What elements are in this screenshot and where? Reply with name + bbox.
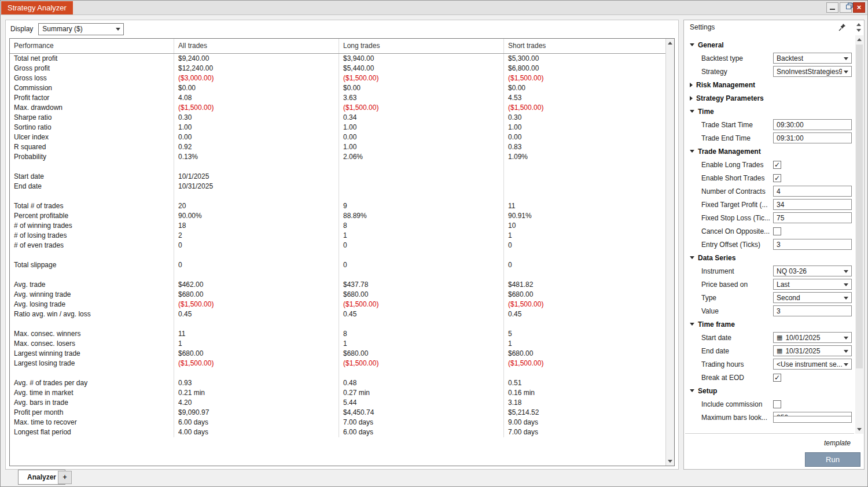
table-row[interactable]: Total slippage000 (10, 260, 665, 270)
settings-section-setup[interactable]: Setup (685, 384, 854, 397)
setting-label: Start date (701, 334, 773, 342)
table-row[interactable]: Profit factor4.083.634.53 (10, 93, 665, 103)
scroll-down-icon[interactable] (855, 425, 863, 434)
metric-value: 10/1/2025 (174, 172, 339, 182)
scroll-up-icon[interactable] (855, 21, 862, 27)
table-row[interactable]: Longest flat period4.00 days6.00 days7.0… (10, 427, 665, 437)
title-bar[interactable]: Strategy Analyzer × (1, 1, 867, 15)
table-row[interactable]: End date10/31/2025 (10, 182, 665, 191)
dropdown-end-date[interactable]: ▦10/31/2025 (773, 345, 852, 356)
table-row[interactable]: Max. time to recover6.00 days7.00 days9.… (10, 418, 665, 427)
scroll-down-icon[interactable] (666, 457, 674, 466)
table-row[interactable]: Max. consec. winners1185 (10, 329, 665, 339)
display-dropdown[interactable]: Summary ($) (38, 23, 124, 35)
metric-value: 0 (504, 241, 665, 250)
metric-label (10, 319, 174, 329)
input-fixed-stop-loss-tic[interactable]: 75 (773, 212, 852, 223)
settings-section-time[interactable]: Time (685, 105, 854, 118)
table-row[interactable]: # of losing trades211 (10, 231, 665, 241)
table-row[interactable]: Percent profitable90.00%88.89%90.91% (10, 211, 665, 221)
dropdown-type[interactable]: Second (773, 292, 852, 303)
table-row[interactable]: Total net profit$9,240.00$3,940.00$5,300… (10, 54, 665, 64)
settings-scrollbar[interactable] (855, 35, 863, 434)
input-entry-offset-ticks[interactable]: 3 (773, 239, 852, 250)
table-row[interactable]: Ulcer index0.000.000.00 (10, 132, 665, 142)
table-row[interactable]: Gross profit$12,240.00$5,440.00$6,800.00 (10, 64, 665, 73)
table-row[interactable]: Ratio avg. win / avg. loss0.450.450.45 (10, 309, 665, 319)
table-row[interactable]: Commission$0.00$0.00$0.00 (10, 83, 665, 93)
dropdown-price-based-on[interactable]: Last (773, 279, 852, 290)
table-row[interactable]: Start date10/1/2025 (10, 172, 665, 182)
setting-value: Value3 (685, 304, 854, 318)
table-row[interactable]: Avg. # of trades per day0.930.480.51 (10, 378, 665, 388)
settings-section-general[interactable]: General (685, 38, 854, 51)
metric-value: ($1,500.00) (339, 359, 504, 368)
checkbox-enable-long-trades[interactable]: ✓ (773, 161, 781, 169)
dropdown-instrument[interactable]: NQ 03-26 (773, 265, 852, 276)
run-button[interactable]: Run (805, 452, 860, 467)
window-title-tab[interactable]: Strategy Analyzer (1, 1, 73, 14)
column-header-short-trades[interactable]: Short trades (504, 39, 665, 53)
table-row[interactable]: Avg. trade$462.00$437.78$481.82 (10, 280, 665, 290)
section-label: General (698, 41, 724, 49)
table-row[interactable]: Largest losing trade($1,500.00)($1,500.0… (10, 359, 665, 368)
setting-label: Fixed Stop Loss (Tic... (701, 214, 773, 222)
column-header-long-trades[interactable]: Long trades (339, 39, 504, 53)
metric-value: 0.48 (339, 378, 504, 388)
table-row[interactable]: Avg. winning trade$680.00$680.00$680.00 (10, 290, 665, 300)
metric-value: $3,940.00 (339, 54, 504, 64)
input-value[interactable]: 3 (773, 305, 852, 316)
template-link[interactable]: template (824, 439, 851, 447)
dropdown-strategy[interactable]: SnoInvestStrategies9: (773, 66, 852, 77)
table-row[interactable]: Probability0.13%2.06%1.09% (10, 152, 665, 162)
minimize-button[interactable] (826, 2, 838, 13)
checkbox-enable-short-trades[interactable]: ✓ (773, 174, 781, 182)
table-row[interactable]: Avg. bars in trade4.205.443.18 (10, 398, 665, 408)
scroll-down-icon[interactable] (855, 27, 862, 33)
table-row[interactable]: Max. drawdown($1,500.00)($1,500.00)($1,5… (10, 103, 665, 113)
metric-value (504, 319, 665, 329)
table-row[interactable]: # of even trades000 (10, 241, 665, 250)
table-scrollbar[interactable] (665, 39, 674, 466)
scroll-up-icon[interactable] (666, 39, 674, 47)
table-row[interactable]: Total # of trades20911 (10, 201, 665, 211)
table-row[interactable]: Largest winning trade$680.00$680.00$680.… (10, 349, 665, 359)
checkbox-include-commission[interactable] (773, 400, 781, 408)
checkbox-break-at-eod[interactable]: ✓ (773, 374, 781, 382)
scroll-up-icon[interactable] (855, 35, 863, 44)
metric-label: Commission (10, 83, 174, 93)
close-button[interactable]: × (853, 2, 865, 13)
settings-section-risk-management[interactable]: Risk Management (685, 78, 854, 91)
table-row[interactable]: Sortino ratio1.001.001.00 (10, 123, 665, 132)
dropdown-backtest-type[interactable]: Backtest (773, 53, 852, 64)
column-header-performance[interactable]: Performance (10, 39, 174, 53)
checkbox-cancel-on-opposite[interactable] (773, 227, 781, 235)
table-row[interactable]: Gross loss($3,000.00)($1,500.00)($1,500.… (10, 73, 665, 83)
section-label: Time frame (698, 320, 735, 329)
table-row[interactable]: Profit per month$9,090.97$4,450.74$5,214… (10, 408, 665, 418)
column-header-all-trades[interactable]: All trades (174, 39, 339, 53)
table-row[interactable]: # of winning trades18810 (10, 221, 665, 231)
dropdown-start-date[interactable]: ▦10/01/2025 (773, 332, 852, 343)
metric-value (504, 270, 665, 280)
dropdown-trading-hours[interactable]: <Use instrument se... (773, 359, 852, 370)
settings-section-trade-management[interactable]: Trade Management (685, 145, 854, 158)
table-row[interactable]: Avg. losing trade($1,500.00)($1,500.00)(… (10, 300, 665, 309)
setting-enable-long-trades: Enable Long Trades✓ (685, 158, 854, 171)
settings-section-time-frame[interactable]: Time frame (685, 318, 854, 331)
restore-button[interactable] (840, 2, 852, 13)
settings-section-strategy-parameters[interactable]: Strategy Parameters (685, 91, 854, 105)
input-fixed-target-profit[interactable]: 34 (773, 199, 852, 210)
scrollbar-thumb[interactable] (856, 45, 863, 368)
pin-icon[interactable] (838, 23, 846, 31)
settings-section-data-series[interactable]: Data Series (685, 251, 854, 264)
input-number-of-contracts[interactable]: 4 (773, 186, 852, 197)
input-trade-end-time[interactable]: 09:31:00 (773, 132, 852, 143)
table-row[interactable]: Sharpe ratio0.300.340.30 (10, 113, 665, 123)
table-separator-row (10, 250, 665, 260)
add-tab-button[interactable]: + (58, 471, 72, 484)
table-row[interactable]: Avg. time in market0.21 min0.27 min0.16 … (10, 388, 665, 398)
input-trade-start-time[interactable]: 09:30:00 (773, 119, 852, 130)
table-row[interactable]: R squared0.921.000.83 (10, 142, 665, 152)
table-row[interactable]: Max. consec. losers111 (10, 339, 665, 349)
